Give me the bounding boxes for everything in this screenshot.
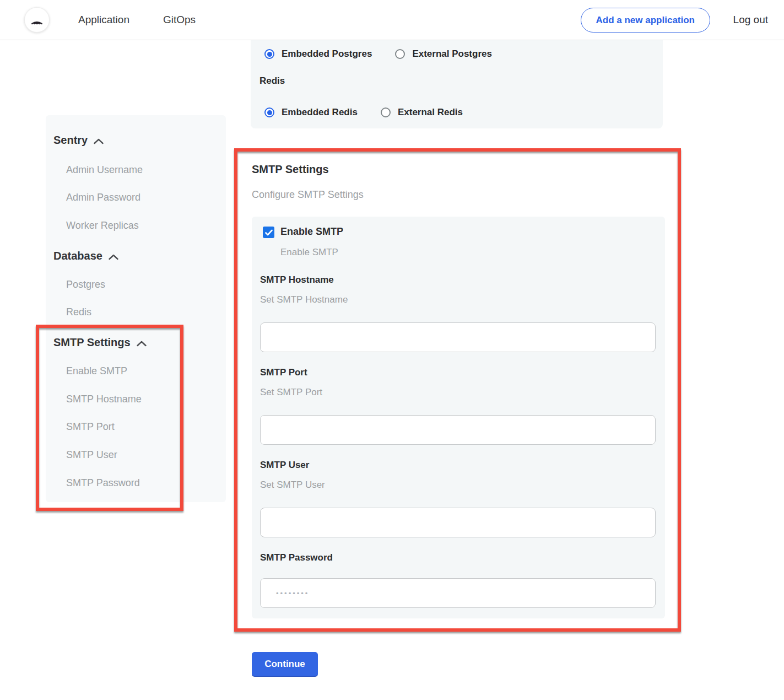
sidebar-item-admin-password[interactable]: Admin Password bbox=[66, 192, 140, 203]
smtp-port-input[interactable] bbox=[260, 415, 656, 445]
smtp-port-label: SMTP Port bbox=[260, 367, 307, 378]
radio-label-external-redis[interactable]: External Redis bbox=[398, 107, 463, 118]
add-new-application-button[interactable]: Add a new application bbox=[581, 8, 710, 33]
sidebar-section-sentry[interactable]: Sentry bbox=[53, 134, 104, 147]
sidebar-item-smtp-user[interactable]: SMTP User bbox=[66, 449, 117, 461]
radio-external-redis[interactable] bbox=[381, 107, 391, 117]
smtp-password-input[interactable] bbox=[260, 578, 656, 608]
smtp-port-help: Set SMTP Port bbox=[260, 387, 322, 398]
sentry-logo-icon bbox=[29, 12, 45, 28]
smtp-section-title: SMTP Settings bbox=[252, 163, 329, 176]
nav-tab-gitops[interactable]: GitOps bbox=[163, 0, 196, 40]
smtp-user-input[interactable] bbox=[260, 508, 656, 537]
sidebar-item-worker-replicas[interactable]: Worker Replicas bbox=[66, 220, 139, 231]
smtp-hostname-input[interactable] bbox=[260, 322, 656, 352]
enable-smtp-label[interactable]: Enable SMTP bbox=[280, 226, 343, 238]
postgres-radio-group: Embedded Postgres External Postgres bbox=[264, 49, 492, 60]
sidebar-section-database[interactable]: Database bbox=[53, 250, 119, 262]
sidebar-item-redis[interactable]: Redis bbox=[66, 306, 91, 318]
config-sidebar: Sentry Admin Username Admin Password Wor… bbox=[46, 115, 226, 502]
sidebar-section-smtp-settings[interactable]: SMTP Settings bbox=[53, 336, 147, 349]
database-config-panel: Embedded Postgres External Postgres Redi… bbox=[251, 40, 663, 128]
enable-smtp-checkbox[interactable] bbox=[263, 227, 274, 238]
sidebar-item-smtp-hostname[interactable]: SMTP Hostname bbox=[66, 394, 142, 405]
smtp-user-help: Set SMTP User bbox=[260, 480, 325, 491]
top-nav-bar: Application GitOps Add a new application… bbox=[0, 0, 784, 40]
smtp-section-subtitle: Configure SMTP Settings bbox=[252, 189, 364, 201]
smtp-user-label: SMTP User bbox=[260, 460, 309, 471]
enable-smtp-help: Enable SMTP bbox=[280, 247, 338, 258]
sidebar-section-smtp-settings-label: SMTP Settings bbox=[53, 336, 131, 349]
chevron-up-icon bbox=[93, 138, 104, 144]
radio-label-external-postgres[interactable]: External Postgres bbox=[412, 49, 492, 60]
smtp-hostname-help: Set SMTP Hostname bbox=[260, 294, 348, 305]
logout-link[interactable]: Log out bbox=[733, 0, 768, 40]
chevron-up-icon bbox=[136, 340, 147, 347]
radio-embedded-postgres[interactable] bbox=[264, 49, 274, 59]
chevron-up-icon bbox=[108, 254, 119, 260]
continue-button[interactable]: Continue bbox=[252, 652, 318, 677]
smtp-hostname-label: SMTP Hostname bbox=[260, 274, 334, 286]
sidebar-item-postgres[interactable]: Postgres bbox=[66, 279, 105, 290]
radio-label-embedded-redis[interactable]: Embedded Redis bbox=[282, 107, 358, 118]
radio-embedded-redis[interactable] bbox=[264, 107, 274, 117]
radio-external-postgres[interactable] bbox=[395, 49, 405, 59]
checkmark-icon bbox=[265, 229, 273, 236]
app-logo[interactable] bbox=[24, 7, 50, 33]
sidebar-item-smtp-port[interactable]: SMTP Port bbox=[66, 421, 115, 433]
smtp-password-label: SMTP Password bbox=[260, 552, 333, 563]
smtp-settings-panel: Enable SMTP Enable SMTP SMTP Hostname Se… bbox=[252, 217, 665, 618]
sidebar-item-smtp-password[interactable]: SMTP Password bbox=[66, 477, 140, 489]
redis-group-label: Redis bbox=[259, 76, 285, 87]
radio-label-embedded-postgres[interactable]: Embedded Postgres bbox=[282, 49, 372, 60]
sidebar-section-sentry-label: Sentry bbox=[53, 134, 88, 147]
sidebar-item-enable-smtp[interactable]: Enable SMTP bbox=[66, 365, 127, 377]
sidebar-item-admin-username[interactable]: Admin Username bbox=[66, 164, 143, 176]
nav-tab-application[interactable]: Application bbox=[78, 0, 129, 40]
redis-radio-group: Embedded Redis External Redis bbox=[264, 107, 463, 118]
sidebar-section-database-label: Database bbox=[53, 250, 102, 262]
